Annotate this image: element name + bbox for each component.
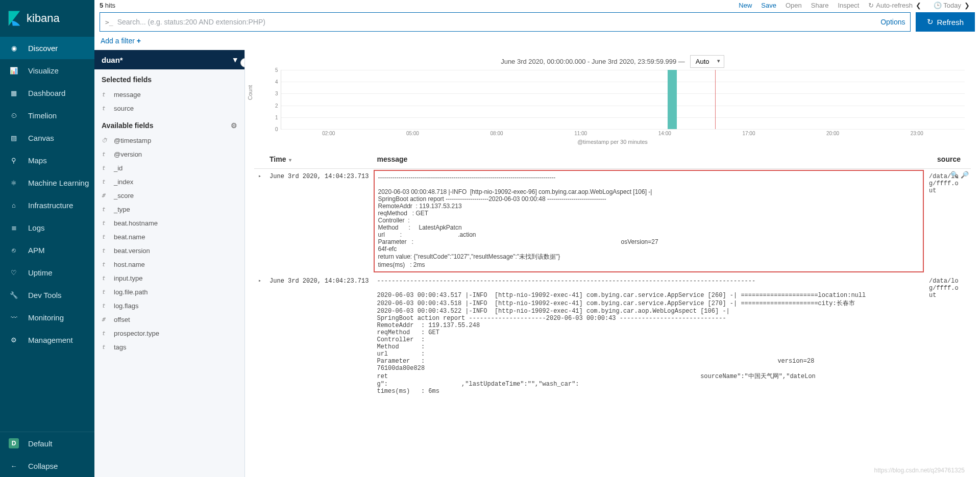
nav-apm[interactable]: ⎋APM (0, 239, 94, 261)
sort-desc-icon: ▾ (289, 157, 291, 163)
time-cell: June 3rd 2020, 14:04:23.713 (265, 273, 373, 399)
field-log-flags[interactable]: tlog.flags (94, 299, 244, 313)
table-row: ▸ June 3rd 2020, 14:04:23.713 ----------… (254, 169, 971, 274)
field--id[interactable]: t_id (94, 161, 244, 175)
field-message[interactable]: tmessage (94, 88, 244, 102)
time-prev-icon[interactable]: ❮ (916, 2, 921, 9)
clock-icon: 🕒 (934, 2, 942, 9)
nav-infrastructure[interactable]: ⌂Infrastructure (0, 194, 94, 216)
field-offset[interactable]: #offset (94, 313, 244, 327)
field-type-icon: t (102, 234, 109, 240)
nav-canvas[interactable]: ▨Canvas (0, 127, 94, 149)
field-source[interactable]: tsource (94, 102, 244, 115)
field-type-icon: t (102, 261, 109, 268)
field-host-name[interactable]: thost.name (94, 258, 244, 271)
field-input-type[interactable]: tinput.type (94, 271, 244, 285)
interval-select[interactable]: Auto (690, 55, 724, 68)
histogram-chart[interactable]: Count 012345 02:0005:0008:0011:0014:0017… (271, 70, 965, 144)
nav-dashboard[interactable]: ▦Dashboard (0, 82, 94, 104)
nav-icon: 📊 (9, 65, 19, 76)
field-beat-hostname[interactable]: tbeat.hostname (94, 216, 244, 230)
nav-discover[interactable]: ◉Discover (0, 37, 94, 59)
expand-row-icon[interactable]: ▸ (254, 273, 265, 399)
zoom-out-icon[interactable]: 🔎 (961, 171, 969, 179)
column-time[interactable]: Time ▾ (265, 150, 373, 169)
side-navigation: kibana ◉Discover📊Visualize▦Dashboard⏲Tim… (0, 0, 94, 477)
nav-icon: ⎋ (9, 245, 19, 255)
time-next-icon[interactable]: ❯ (964, 2, 970, 9)
collapse-nav[interactable]: ← Collapse (0, 455, 94, 477)
nav-uptime[interactable]: ♡Uptime (0, 261, 94, 284)
index-pattern-selector[interactable]: duan* ▾ (94, 50, 244, 69)
search-options[interactable]: Options (880, 18, 905, 26)
nav-maps[interactable]: ⚲Maps (0, 149, 94, 171)
add-filter-link[interactable]: Add a filter + (101, 37, 141, 45)
nav-monitoring[interactable]: 〰Monitoring (0, 306, 94, 329)
message-cell: ----------------------------------------… (373, 273, 925, 399)
column-source[interactable]: source (925, 150, 971, 169)
watermark: https://blog.csdn.net/q294761325 (874, 467, 965, 474)
arrow-left-icon: ← (9, 461, 19, 471)
nav-machine-learning[interactable]: ⚛Machine Learning (0, 171, 94, 194)
zoom-in-icon[interactable]: 🔍 (950, 171, 959, 179)
top-toolbar: 5 hits New Save Open Share Inspect ↻Auto… (94, 0, 980, 10)
nav-icon: ⚲ (9, 155, 19, 165)
kibana-logo-icon (7, 10, 21, 27)
source-cell: /data/lo g/ffff.o ut (925, 273, 971, 399)
nav-timelion[interactable]: ⏲Timelion (0, 104, 94, 127)
save-button[interactable]: Save (761, 2, 776, 9)
field-beat-version[interactable]: tbeat.version (94, 244, 244, 258)
time-picker[interactable]: 🕒 Today (934, 2, 961, 9)
field-beat-name[interactable]: tbeat.name (94, 230, 244, 244)
time-cell: June 3rd 2020, 14:04:23.713 (265, 169, 373, 274)
hit-count: 5 hits (100, 2, 115, 9)
field-type-icon: t (102, 303, 109, 309)
field-type-icon: t (102, 275, 109, 282)
nav-icon: ⚛ (9, 178, 19, 188)
refresh-button[interactable]: ↻ Refresh (916, 12, 975, 32)
column-message[interactable]: message (373, 150, 925, 169)
field-type-icon: t (102, 151, 109, 158)
share-button[interactable]: Share (811, 2, 829, 9)
nav-visualize[interactable]: 📊Visualize (0, 59, 94, 82)
field--timestamp[interactable]: ⏱@timestamp (94, 134, 244, 147)
nav-icon: ⏲ (9, 110, 19, 120)
available-fields-header: Available fields ⚙ (94, 115, 244, 134)
field-type-icon: t (102, 179, 109, 185)
selected-fields-header: Selected fields (94, 69, 244, 88)
fields-panel: duan* ▾ ‹ Selected fields tmessagetsourc… (94, 50, 245, 477)
nav-dev-tools[interactable]: 🔧Dev Tools (0, 284, 94, 306)
field-type-icon: t (102, 206, 109, 213)
nav-icon: ≣ (9, 222, 19, 233)
source-cell: 🔍🔎/data/lo g/ffff.o ut (925, 169, 971, 274)
space-badge: D (9, 438, 19, 448)
y-axis-label: Count (247, 85, 253, 99)
new-button[interactable]: New (739, 2, 752, 9)
search-box[interactable]: >_ Options (100, 12, 911, 32)
prompt-icon: >_ (105, 18, 113, 26)
search-input[interactable] (117, 18, 877, 26)
refresh-cycle-icon: ↻ (868, 2, 874, 9)
nav-icon: ♡ (9, 267, 19, 278)
field-tags[interactable]: ttags (94, 340, 244, 354)
auto-refresh-button[interactable]: ↻Auto-refresh (868, 2, 913, 9)
field--index[interactable]: t_index (94, 175, 244, 189)
plus-icon: + (137, 37, 141, 45)
expand-row-icon[interactable]: ▸ (254, 169, 265, 274)
nav-icon: ▨ (9, 133, 19, 143)
field--type[interactable]: t_type (94, 203, 244, 216)
field-prospector-type[interactable]: tprospector.type (94, 327, 244, 340)
space-selector[interactable]: D Default (0, 432, 94, 455)
refresh-icon: ↻ (927, 17, 934, 27)
field-log-file-path[interactable]: tlog.file.path (94, 285, 244, 299)
field--score[interactable]: #_score (94, 189, 244, 203)
nav-logs[interactable]: ≣Logs (0, 216, 94, 239)
inspect-button[interactable]: Inspect (838, 2, 859, 9)
brand-logo[interactable]: kibana (0, 0, 94, 37)
chart-bar[interactable] (668, 70, 677, 129)
open-button[interactable]: Open (786, 2, 802, 9)
message-cell: ----------------------------------------… (373, 169, 925, 274)
nav-management[interactable]: ⚙Management (0, 329, 94, 351)
field--version[interactable]: t@version (94, 147, 244, 161)
gear-icon[interactable]: ⚙ (231, 121, 237, 130)
